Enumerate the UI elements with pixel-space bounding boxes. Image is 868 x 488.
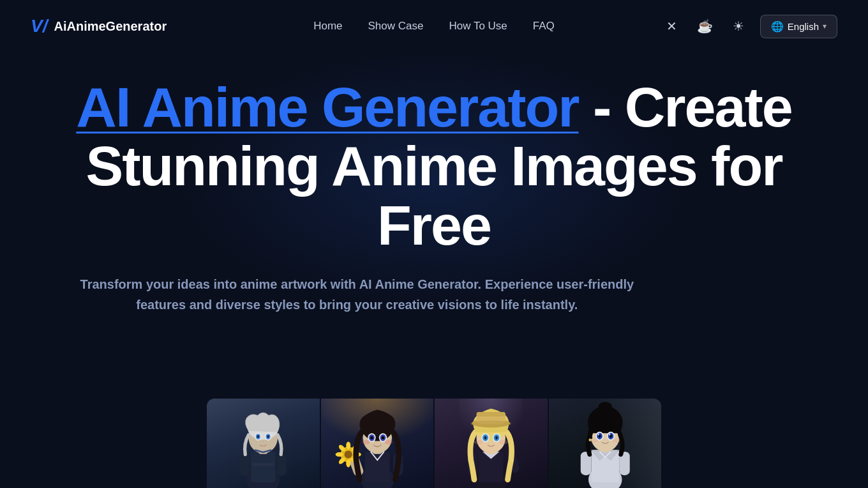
svg-rect-48 xyxy=(477,412,506,416)
nav-how-to-use[interactable]: How To Use xyxy=(449,20,507,33)
anime-card-2 xyxy=(321,399,434,488)
nav-showcase[interactable]: Show Case xyxy=(368,20,424,33)
x-twitter-icon: ✕ xyxy=(666,19,677,34)
anime-image-strip xyxy=(207,399,661,488)
svg-point-49 xyxy=(471,420,511,427)
svg-point-38 xyxy=(384,440,392,445)
svg-point-37 xyxy=(362,440,370,445)
anime-card-1 xyxy=(207,399,320,488)
svg-point-18 xyxy=(344,450,352,458)
anime-card-4 xyxy=(549,399,662,488)
hero-subtitle: Transform your ideas into anime artwork … xyxy=(76,274,638,315)
svg-rect-15 xyxy=(365,452,390,482)
svg-point-13 xyxy=(267,435,269,438)
svg-point-25 xyxy=(335,452,343,457)
coffee-button[interactable]: ☕ xyxy=(694,15,717,38)
svg-rect-1 xyxy=(251,452,276,482)
svg-point-52 xyxy=(484,436,487,439)
svg-point-36 xyxy=(381,436,384,439)
character-1-svg xyxy=(207,399,320,488)
nav-faq[interactable]: FAQ xyxy=(533,20,555,33)
svg-point-72 xyxy=(608,433,610,436)
svg-point-57 xyxy=(499,440,508,445)
character-2-svg xyxy=(321,399,434,488)
x-twitter-button[interactable]: ✕ xyxy=(661,15,684,38)
logo-icon: V/ xyxy=(31,16,47,36)
language-label: English xyxy=(788,21,819,32)
svg-point-23 xyxy=(346,459,350,467)
svg-point-19 xyxy=(346,441,350,449)
character-4-svg xyxy=(549,399,662,488)
nav-links: Home Show Case How To Use FAQ xyxy=(313,20,555,33)
svg-point-71 xyxy=(597,433,599,436)
hero-title-highlight: AI Anime Generator xyxy=(76,75,578,139)
navbar: V/ AiAnimeGenerator Home Show Case How T… xyxy=(0,0,868,52)
nav-actions: ✕ ☕ ☀ 🌐 English ▾ xyxy=(661,15,837,38)
hero-section: AI Anime Generator - CreateStunning Anim… xyxy=(0,52,868,347)
svg-rect-2 xyxy=(252,463,274,466)
svg-point-10 xyxy=(257,435,260,438)
anime-card-3 xyxy=(435,399,548,488)
svg-rect-4 xyxy=(276,454,287,476)
hero-title: AI Anime Generator - CreateStunning Anim… xyxy=(76,78,791,255)
character-3-svg xyxy=(435,399,548,488)
language-selector[interactable]: 🌐 English ▾ xyxy=(760,15,837,38)
flag-icon: 🌐 xyxy=(771,20,784,33)
svg-point-75 xyxy=(612,439,620,443)
coffee-icon: ☕ xyxy=(697,19,713,34)
theme-toggle-button[interactable]: ☀ xyxy=(727,15,750,38)
svg-point-33 xyxy=(370,436,373,439)
chevron-down-icon: ▾ xyxy=(823,22,827,31)
svg-point-56 xyxy=(474,440,483,445)
nav-home[interactable]: Home xyxy=(313,20,342,33)
logo-text: AiAnimeGenerator xyxy=(54,19,167,34)
logo-link[interactable]: V/ AiAnimeGenerator xyxy=(31,16,167,36)
svg-point-74 xyxy=(590,439,597,443)
svg-point-55 xyxy=(495,436,498,439)
theme-icon: ☀ xyxy=(733,19,744,34)
svg-rect-3 xyxy=(240,454,250,476)
svg-point-64 xyxy=(598,402,611,411)
